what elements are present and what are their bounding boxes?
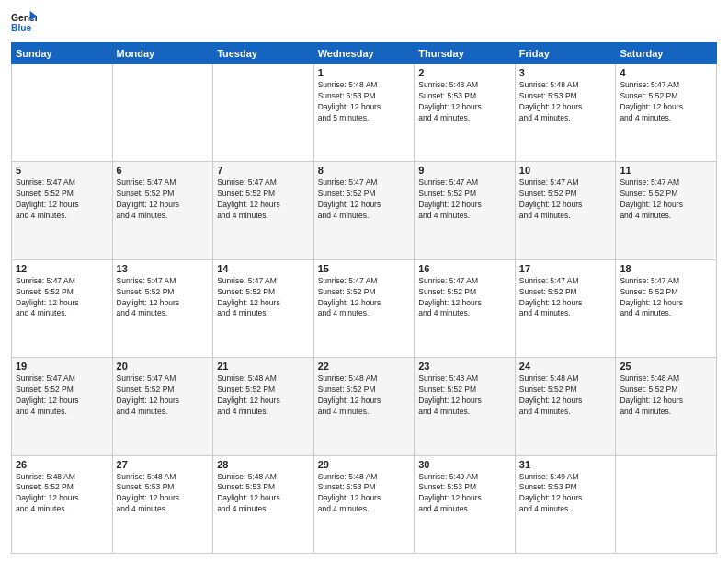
- calendar-cell: 26Sunrise: 5:48 AM Sunset: 5:52 PM Dayli…: [12, 455, 113, 553]
- day-number: 3: [519, 67, 612, 78]
- calendar-cell: 21Sunrise: 5:48 AM Sunset: 5:52 PM Dayli…: [213, 358, 314, 455]
- column-header-tuesday: Tuesday: [213, 43, 314, 64]
- day-info: Sunrise: 5:47 AM Sunset: 5:52 PM Dayligh…: [418, 178, 511, 222]
- day-number: 12: [16, 263, 108, 274]
- calendar-cell: [616, 455, 717, 553]
- day-info: Sunrise: 5:47 AM Sunset: 5:52 PM Dayligh…: [16, 373, 108, 418]
- calendar-cell: 31Sunrise: 5:49 AM Sunset: 5:53 PM Dayli…: [515, 455, 616, 553]
- calendar-cell: 7Sunrise: 5:47 AM Sunset: 5:52 PM Daylig…: [213, 162, 314, 259]
- calendar-cell: [12, 64, 113, 162]
- calendar-table: SundayMondayTuesdayWednesdayThursdayFrid…: [11, 42, 717, 554]
- day-info: Sunrise: 5:48 AM Sunset: 5:52 PM Dayligh…: [620, 373, 712, 418]
- day-number: 19: [16, 361, 108, 372]
- day-info: Sunrise: 5:47 AM Sunset: 5:52 PM Dayligh…: [418, 276, 511, 320]
- calendar-week-3: 12Sunrise: 5:47 AM Sunset: 5:52 PM Dayli…: [12, 259, 717, 357]
- day-info: Sunrise: 5:48 AM Sunset: 5:53 PM Dayligh…: [217, 472, 310, 516]
- day-info: Sunrise: 5:47 AM Sunset: 5:52 PM Dayligh…: [217, 276, 310, 320]
- logo: General Blue: [11, 9, 37, 35]
- column-header-monday: Monday: [112, 43, 213, 64]
- day-number: 30: [418, 459, 511, 470]
- day-number: 11: [620, 165, 712, 176]
- day-info: Sunrise: 5:47 AM Sunset: 5:52 PM Dayligh…: [318, 276, 411, 320]
- calendar-cell: 8Sunrise: 5:47 AM Sunset: 5:52 PM Daylig…: [313, 162, 415, 259]
- day-info: Sunrise: 5:47 AM Sunset: 5:52 PM Dayligh…: [117, 276, 210, 320]
- day-info: Sunrise: 5:48 AM Sunset: 5:53 PM Dayligh…: [117, 472, 210, 516]
- column-header-sunday: Sunday: [12, 43, 113, 64]
- svg-text:Blue: Blue: [11, 23, 32, 33]
- day-number: 1: [318, 67, 411, 78]
- day-info: Sunrise: 5:47 AM Sunset: 5:52 PM Dayligh…: [519, 276, 612, 320]
- day-info: Sunrise: 5:47 AM Sunset: 5:52 PM Dayligh…: [318, 178, 411, 222]
- day-info: Sunrise: 5:47 AM Sunset: 5:52 PM Dayligh…: [117, 178, 210, 222]
- calendar-cell: 17Sunrise: 5:47 AM Sunset: 5:52 PM Dayli…: [515, 259, 616, 357]
- day-number: 13: [117, 263, 210, 274]
- calendar-cell: 9Sunrise: 5:47 AM Sunset: 5:52 PM Daylig…: [415, 162, 516, 259]
- day-number: 24: [519, 361, 612, 372]
- day-info: Sunrise: 5:48 AM Sunset: 5:53 PM Dayligh…: [418, 80, 511, 124]
- day-info: Sunrise: 5:48 AM Sunset: 5:52 PM Dayligh…: [318, 373, 411, 418]
- calendar-cell: 25Sunrise: 5:48 AM Sunset: 5:52 PM Dayli…: [616, 358, 717, 455]
- day-number: 27: [117, 459, 210, 470]
- day-info: Sunrise: 5:48 AM Sunset: 5:52 PM Dayligh…: [16, 472, 108, 516]
- column-header-friday: Friday: [515, 43, 616, 64]
- day-number: 9: [418, 165, 511, 176]
- calendar-cell: 15Sunrise: 5:47 AM Sunset: 5:52 PM Dayli…: [313, 259, 415, 357]
- day-info: Sunrise: 5:48 AM Sunset: 5:52 PM Dayligh…: [519, 373, 612, 418]
- day-number: 14: [217, 263, 310, 274]
- column-header-saturday: Saturday: [616, 43, 717, 64]
- day-info: Sunrise: 5:49 AM Sunset: 5:53 PM Dayligh…: [519, 472, 612, 516]
- calendar-cell: 16Sunrise: 5:47 AM Sunset: 5:52 PM Dayli…: [415, 259, 516, 357]
- day-number: 8: [318, 165, 411, 176]
- calendar-cell: 18Sunrise: 5:47 AM Sunset: 5:52 PM Dayli…: [616, 259, 717, 357]
- calendar-week-2: 5Sunrise: 5:47 AM Sunset: 5:52 PM Daylig…: [12, 162, 717, 259]
- day-info: Sunrise: 5:47 AM Sunset: 5:52 PM Dayligh…: [519, 178, 612, 222]
- column-header-wednesday: Wednesday: [313, 43, 415, 64]
- calendar-cell: 19Sunrise: 5:47 AM Sunset: 5:52 PM Dayli…: [12, 358, 113, 455]
- day-number: 15: [318, 263, 411, 274]
- calendar-cell: 23Sunrise: 5:48 AM Sunset: 5:52 PM Dayli…: [415, 358, 516, 455]
- header: General Blue: [11, 9, 717, 35]
- calendar-cell: 24Sunrise: 5:48 AM Sunset: 5:52 PM Dayli…: [515, 358, 616, 455]
- calendar-week-1: 1Sunrise: 5:48 AM Sunset: 5:53 PM Daylig…: [12, 64, 717, 162]
- calendar-cell: 6Sunrise: 5:47 AM Sunset: 5:52 PM Daylig…: [112, 162, 213, 259]
- day-number: 31: [519, 459, 612, 470]
- day-info: Sunrise: 5:49 AM Sunset: 5:53 PM Dayligh…: [418, 472, 511, 516]
- day-info: Sunrise: 5:47 AM Sunset: 5:52 PM Dayligh…: [16, 276, 108, 320]
- day-info: Sunrise: 5:48 AM Sunset: 5:52 PM Dayligh…: [418, 373, 511, 418]
- calendar-cell: 2Sunrise: 5:48 AM Sunset: 5:53 PM Daylig…: [415, 64, 516, 162]
- day-info: Sunrise: 5:48 AM Sunset: 5:53 PM Dayligh…: [318, 472, 411, 516]
- day-number: 5: [16, 165, 108, 176]
- day-number: 21: [217, 361, 310, 372]
- day-number: 6: [117, 165, 210, 176]
- day-info: Sunrise: 5:47 AM Sunset: 5:52 PM Dayligh…: [217, 178, 310, 222]
- day-number: 28: [217, 459, 310, 470]
- day-info: Sunrise: 5:48 AM Sunset: 5:52 PM Dayligh…: [217, 373, 310, 418]
- day-info: Sunrise: 5:48 AM Sunset: 5:53 PM Dayligh…: [318, 80, 411, 124]
- day-info: Sunrise: 5:47 AM Sunset: 5:52 PM Dayligh…: [16, 178, 108, 222]
- calendar-cell: 28Sunrise: 5:48 AM Sunset: 5:53 PM Dayli…: [213, 455, 314, 553]
- day-number: 2: [418, 67, 511, 78]
- day-info: Sunrise: 5:47 AM Sunset: 5:52 PM Dayligh…: [620, 276, 712, 320]
- calendar-cell: [112, 64, 213, 162]
- calendar-cell: 5Sunrise: 5:47 AM Sunset: 5:52 PM Daylig…: [12, 162, 113, 259]
- calendar-header-row: SundayMondayTuesdayWednesdayThursdayFrid…: [12, 43, 717, 64]
- calendar-cell: 22Sunrise: 5:48 AM Sunset: 5:52 PM Dayli…: [313, 358, 415, 455]
- day-info: Sunrise: 5:47 AM Sunset: 5:52 PM Dayligh…: [620, 80, 712, 124]
- calendar-cell: 4Sunrise: 5:47 AM Sunset: 5:52 PM Daylig…: [616, 64, 717, 162]
- day-number: 23: [418, 361, 511, 372]
- day-number: 17: [519, 263, 612, 274]
- day-number: 26: [16, 459, 108, 470]
- page-container: General Blue SundayMondayTuesdayWednesda…: [0, 0, 728, 563]
- day-number: 25: [620, 361, 712, 372]
- day-number: 10: [519, 165, 612, 176]
- calendar-cell: 3Sunrise: 5:48 AM Sunset: 5:53 PM Daylig…: [515, 64, 616, 162]
- calendar-cell: 30Sunrise: 5:49 AM Sunset: 5:53 PM Dayli…: [415, 455, 516, 553]
- day-number: 18: [620, 263, 712, 274]
- calendar-cell: 10Sunrise: 5:47 AM Sunset: 5:52 PM Dayli…: [515, 162, 616, 259]
- day-number: 29: [318, 459, 411, 470]
- day-number: 20: [117, 361, 210, 372]
- column-header-thursday: Thursday: [415, 43, 516, 64]
- calendar-cell: 27Sunrise: 5:48 AM Sunset: 5:53 PM Dayli…: [112, 455, 213, 553]
- day-number: 22: [318, 361, 411, 372]
- calendar-cell: 12Sunrise: 5:47 AM Sunset: 5:52 PM Dayli…: [12, 259, 113, 357]
